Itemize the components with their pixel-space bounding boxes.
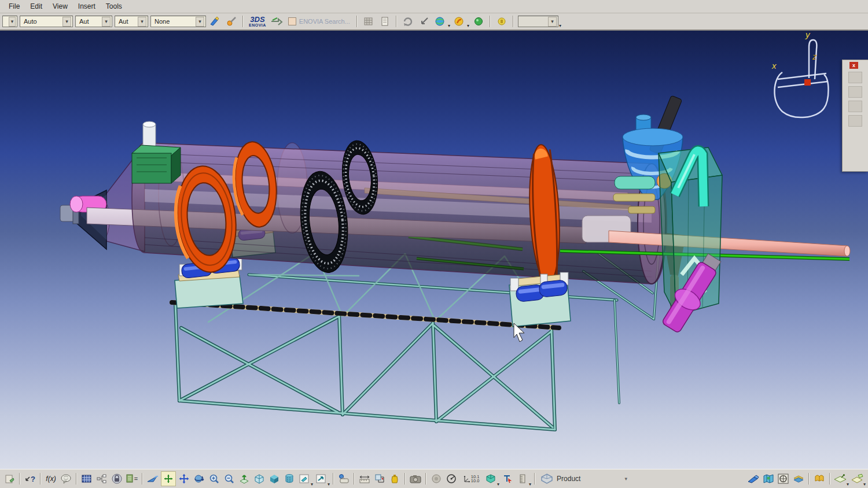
measure-between-icon[interactable]	[358, 472, 372, 486]
filter-combo-aut-2[interactable]: Aut▾	[115, 16, 148, 27]
bottom-toolbar: ? f(x) =	[0, 469, 868, 488]
paintbrush-icon[interactable]	[208, 15, 222, 28]
stamp-grid-icon[interactable]	[362, 15, 376, 28]
measure-inertia-icon[interactable]	[388, 472, 402, 486]
chevron-down-icon: ▾	[548, 17, 557, 27]
filter-combo-stub[interactable]: ▾	[2, 16, 17, 27]
transfer-arrow-icon[interactable]	[270, 15, 284, 28]
chevron-down-icon: ▾	[62, 17, 71, 27]
gearbox[interactable]	[132, 121, 181, 183]
layers-icon[interactable]	[792, 472, 806, 486]
top-toolbar: ▾ Auto▾ Aut▾ Aut▾ None▾ 3DS ENOVIA ENOVI…	[0, 13, 868, 31]
sketch-plane-icon[interactable]	[850, 472, 864, 486]
textured-view-icon[interactable]	[282, 472, 296, 486]
rotate-icon[interactable]	[192, 472, 206, 486]
zoom-in-icon[interactable]	[207, 472, 221, 486]
menu-bar: File Edit View Insert Tools	[0, 0, 868, 13]
yellow-tool-icon[interactable]	[495, 15, 509, 28]
fx-formula-icon[interactable]: f(x)	[44, 472, 58, 486]
toolbar-slot-icon[interactable]	[848, 115, 862, 127]
turntable-icon[interactable]	[444, 472, 458, 486]
whats-this-icon[interactable]: ?	[23, 472, 37, 486]
measure-item-icon[interactable]	[373, 472, 387, 486]
scale-stack-icon[interactable]	[516, 472, 529, 486]
catalog-icon[interactable]	[812, 472, 826, 486]
lock-icon[interactable]	[110, 472, 124, 486]
toolbar-slot-icon[interactable]	[848, 72, 862, 83]
zoom-out-icon[interactable]	[222, 472, 236, 486]
clash-analysis-icon[interactable]	[337, 472, 351, 486]
light-pen-icon[interactable]	[225, 15, 238, 28]
compass-x-label: x	[771, 61, 777, 71]
iso-view-icon[interactable]	[252, 472, 266, 486]
chevron-down-icon: ▾	[102, 17, 111, 27]
constraint-icon[interactable]	[501, 472, 514, 486]
chevron-down-icon[interactable]: ▾	[467, 23, 469, 29]
product-label: Product	[557, 475, 580, 483]
table-grid-icon[interactable]	[80, 472, 94, 486]
map-icon[interactable]	[762, 472, 775, 486]
view-plane-icon[interactable]	[314, 472, 328, 486]
tree-structure-icon[interactable]	[95, 472, 109, 486]
gem-icon[interactable]	[472, 15, 486, 28]
fit-all-icon[interactable]	[161, 471, 176, 486]
filter-combo-aut-1[interactable]: Aut▾	[75, 16, 112, 27]
fly-mode-icon[interactable]	[146, 472, 160, 486]
camera-icon[interactable]	[409, 472, 422, 486]
filter-combo-none[interactable]: None▾	[150, 16, 206, 27]
menu-insert[interactable]: Insert	[73, 1, 101, 12]
chevron-down-icon: ▾	[9, 17, 16, 27]
close-icon[interactable]: x	[849, 62, 858, 69]
view-plane-icon[interactable]	[297, 472, 311, 486]
chevron-down-icon[interactable]: ▾	[559, 23, 561, 29]
menu-edit[interactable]: Edit	[25, 1, 47, 12]
snap-grid-icon[interactable]: 10.110.0	[459, 472, 483, 486]
chevron-down-icon: ▾	[196, 17, 204, 27]
record-icon[interactable]	[429, 472, 443, 486]
enovia-search[interactable]: ENOVIA Search...	[288, 17, 350, 25]
compass-z-label: z	[812, 51, 817, 61]
filter-combo-auto[interactable]: Auto▾	[20, 16, 73, 27]
view-compass[interactable]: x y z	[771, 31, 829, 117]
chevron-down-icon[interactable]: ▾	[448, 23, 450, 29]
normal-view-icon[interactable]	[237, 472, 251, 486]
flag-icon[interactable]	[453, 15, 466, 28]
toolbar-slot-icon[interactable]	[848, 101, 862, 112]
chevron-down-icon[interactable]: ▾	[625, 476, 628, 482]
enovia-logo: 3DS ENOVIA	[249, 16, 266, 27]
sketch-tracer-icon[interactable]	[833, 472, 847, 486]
roller-station-right[interactable]	[509, 272, 571, 327]
product-diamond-icon	[540, 473, 553, 485]
paint-icon[interactable]	[746, 472, 760, 486]
compass-y-label: y	[805, 31, 811, 39]
chevron-down-icon: ▾	[138, 17, 146, 27]
toolbar-slot-icon[interactable]	[848, 86, 862, 98]
menu-file[interactable]: File	[3, 1, 25, 12]
comment-icon[interactable]	[59, 472, 73, 486]
target-frame-icon[interactable]	[777, 472, 790, 486]
menu-view[interactable]: View	[47, 1, 73, 12]
pointer-arrow-icon[interactable]	[417, 15, 431, 28]
sync-arrow-icon[interactable]	[401, 15, 415, 28]
document-icon[interactable]	[2, 472, 16, 486]
view-mode-group[interactable]: ▾	[518, 16, 558, 27]
enovia-search-checkbox[interactable]	[288, 17, 296, 25]
floating-toolbar[interactable]: x	[842, 60, 868, 172]
material-box-icon[interactable]	[484, 472, 498, 486]
product-selector[interactable]: Product ▾	[538, 472, 630, 485]
shaded-view-icon[interactable]	[267, 472, 281, 486]
menu-tools[interactable]: Tools	[101, 1, 127, 12]
assembly-model: x y z	[0, 31, 868, 469]
notebook-equals-icon[interactable]: =	[125, 472, 139, 486]
document-icon[interactable]	[378, 15, 392, 28]
globe-icon[interactable]	[433, 15, 447, 28]
catia-window: File Edit View Insert Tools ▾ Auto▾ Aut▾…	[0, 0, 868, 488]
3d-viewport[interactable]: x y z x	[0, 31, 868, 469]
enovia-search-label: ENOVIA Search...	[299, 18, 350, 25]
pan-icon[interactable]	[177, 472, 191, 486]
